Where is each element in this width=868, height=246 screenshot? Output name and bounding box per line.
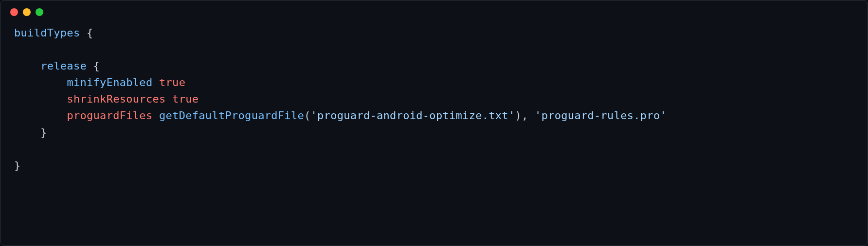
code-indent xyxy=(14,126,40,139)
code-block: buildTypes { release { minifyEnabled tru… xyxy=(0,21,868,184)
code-brace: { xyxy=(87,60,100,72)
code-function: getDefaultProguardFile xyxy=(159,109,304,122)
code-property: minifyEnabled xyxy=(67,76,152,88)
code-space xyxy=(152,76,159,88)
code-indent xyxy=(14,76,67,88)
code-value: true xyxy=(159,76,185,88)
code-space xyxy=(166,93,173,105)
maximize-icon[interactable] xyxy=(36,8,43,16)
code-space xyxy=(528,109,535,122)
code-indent xyxy=(14,93,67,105)
code-brace: { xyxy=(80,27,93,39)
code-property: proguardFiles xyxy=(67,109,152,122)
code-keyword: buildTypes xyxy=(14,27,80,39)
code-property: shrinkResources xyxy=(67,93,165,105)
minimize-icon[interactable] xyxy=(23,8,31,16)
code-indent xyxy=(14,109,67,122)
code-window: buildTypes { release { minifyEnabled tru… xyxy=(0,0,868,246)
code-string: 'proguard-rules.pro' xyxy=(535,109,667,122)
code-string: 'proguard-android-optimize.txt' xyxy=(311,109,515,122)
window-titlebar xyxy=(0,0,868,21)
code-punct: , xyxy=(522,109,528,122)
code-space xyxy=(152,109,159,122)
code-paren: ( xyxy=(304,109,311,122)
close-icon[interactable] xyxy=(10,8,18,16)
code-brace: } xyxy=(14,159,21,172)
code-brace: } xyxy=(40,126,47,139)
code-paren: ) xyxy=(515,109,522,122)
code-indent xyxy=(14,60,40,72)
code-keyword: release xyxy=(40,60,87,72)
code-value: true xyxy=(172,93,199,105)
